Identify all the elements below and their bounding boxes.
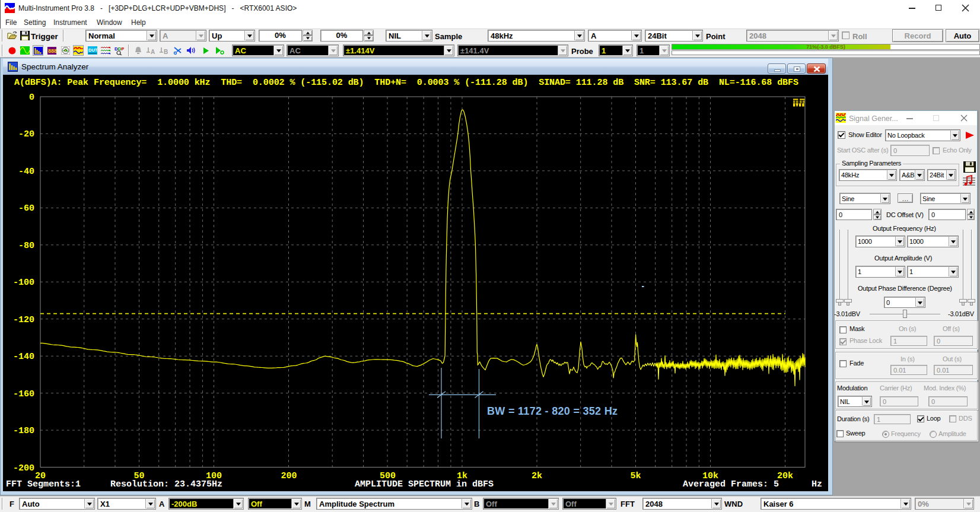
svg-text:-160: -160 — [13, 389, 34, 399]
svg-text:-60: -60 — [18, 203, 34, 214]
svg-text:Resolution: 23.4375Hz: Resolution: 23.4375Hz — [110, 479, 222, 489]
svg-text:-40: -40 — [18, 167, 34, 177]
svg-text:Averaged Frames: 5: Averaged Frames: 5 — [683, 479, 779, 489]
svg-text:FFT Segments:1: FFT Segments:1 — [6, 479, 81, 489]
svg-text:-100: -100 — [13, 278, 34, 288]
svg-text:-200: -200 — [13, 463, 34, 473]
svg-text:-80: -80 — [18, 241, 34, 251]
svg-text:-140: -140 — [13, 352, 34, 362]
svg-text:20k: 20k — [777, 471, 793, 481]
svg-text:5k: 5k — [630, 471, 641, 481]
svg-text:Hz: Hz — [812, 479, 822, 489]
svg-text:-180: -180 — [13, 426, 34, 436]
svg-text:2k: 2k — [532, 471, 542, 481]
svg-text:0: 0 — [29, 93, 34, 103]
svg-text:-120: -120 — [13, 315, 34, 325]
svg-text:-20: -20 — [18, 129, 34, 139]
svg-text:AMPLITUDE SPECTRUM in dBFS: AMPLITUDE SPECTRUM in dBFS — [355, 479, 494, 489]
svg-text:BW = 1172 - 820 = 352 Hz: BW = 1172 - 820 = 352 Hz — [487, 405, 618, 417]
svg-text:200: 200 — [281, 471, 297, 481]
